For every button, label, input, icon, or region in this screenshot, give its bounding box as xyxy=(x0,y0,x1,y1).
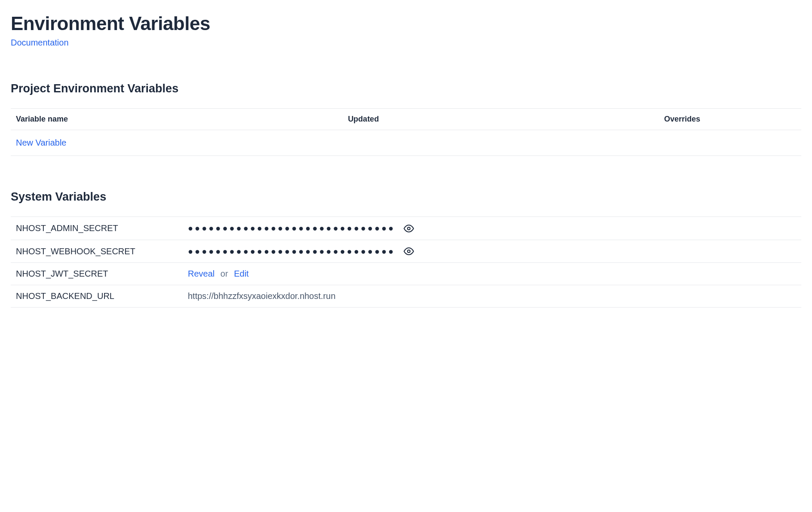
system-vars-heading: System Variables xyxy=(11,190,801,204)
column-header-name: Variable name xyxy=(11,109,343,130)
project-env-vars-heading: Project Environment Variables xyxy=(11,82,801,95)
project-variables-table: Variable name Updated Overrides New Vari… xyxy=(11,108,801,156)
svg-point-1 xyxy=(408,250,410,253)
column-header-updated: Updated xyxy=(343,109,659,130)
var-name: NHOST_JWT_SECRET xyxy=(11,263,183,285)
eye-icon[interactable] xyxy=(404,246,414,256)
new-variable-link[interactable]: New Variable xyxy=(16,138,66,147)
masked-secret-value: ●●●●●●●●●●●●●●●●●●●●●●●●●●●●●● xyxy=(188,223,395,233)
system-var-row: NHOST_BACKEND_URL https://bhhzzfxsyxaoie… xyxy=(11,285,801,308)
or-separator: or xyxy=(221,269,228,278)
column-header-overrides: Overrides xyxy=(659,109,801,130)
var-name: NHOST_BACKEND_URL xyxy=(11,285,183,308)
eye-icon[interactable] xyxy=(404,223,414,234)
documentation-link[interactable]: Documentation xyxy=(11,38,69,48)
reveal-link[interactable]: Reveal xyxy=(188,269,214,278)
system-var-row: NHOST_JWT_SECRET Reveal or Edit xyxy=(11,263,801,285)
var-name: NHOST_ADMIN_SECRET xyxy=(11,217,183,240)
system-var-row: NHOST_WEBHOOK_SECRET ●●●●●●●●●●●●●●●●●●●… xyxy=(11,240,801,263)
var-name: NHOST_WEBHOOK_SECRET xyxy=(11,240,183,263)
backend-url-value: https://bhhzzfxsyxaoiexkxdor.nhost.run xyxy=(188,291,336,301)
system-variables-table: NHOST_ADMIN_SECRET ●●●●●●●●●●●●●●●●●●●●●… xyxy=(11,216,801,308)
svg-point-0 xyxy=(408,227,410,230)
new-variable-row: New Variable xyxy=(11,130,801,156)
masked-secret-value: ●●●●●●●●●●●●●●●●●●●●●●●●●●●●●● xyxy=(188,247,395,256)
edit-link[interactable]: Edit xyxy=(234,269,248,278)
system-var-row: NHOST_ADMIN_SECRET ●●●●●●●●●●●●●●●●●●●●●… xyxy=(11,217,801,240)
page-title: Environment Variables xyxy=(11,13,801,34)
